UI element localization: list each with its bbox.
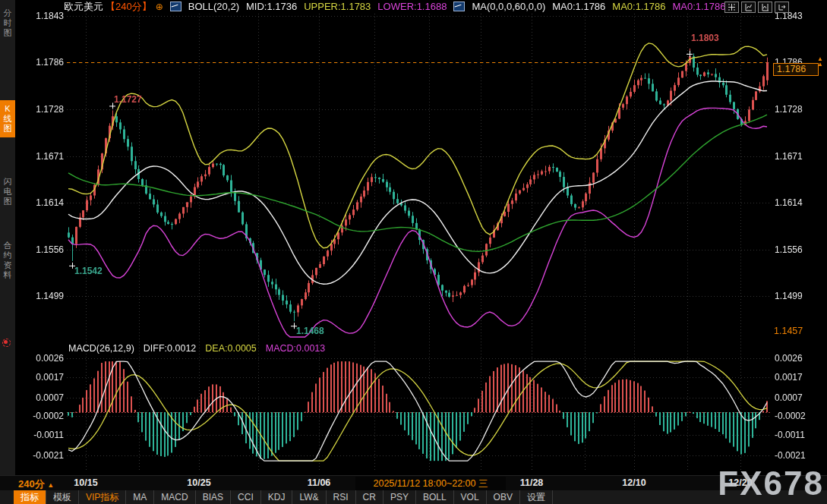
add-indicator-icon[interactable]: ⊕: [156, 2, 163, 12]
ma-value-3: MA0:1.1786: [672, 1, 725, 12]
chart-toolbar-buttons: [724, 2, 789, 13]
toolbar-item[interactable]: 指标: [14, 490, 46, 504]
toolbar-item[interactable]: LW&: [292, 490, 326, 504]
indicator-toolbar: 指标模板VIP指标MAMACDBIASCCIKDJLW&RSICRPSYBOLL…: [0, 490, 827, 504]
axis-label: 1.1614: [18, 197, 64, 208]
live-indicator-icon: [2, 339, 11, 347]
trading-app: 分时图K线图闪电图合约资料 欧元美元 【240分】 ⊕ BOLL(20,2) M…: [0, 0, 827, 504]
toolbar-item[interactable]: PSY: [384, 490, 416, 504]
axis-label: 0.0007: [18, 392, 64, 403]
macd-params-label: MACD(26,12,9): [68, 343, 134, 354]
toolbar-item[interactable]: BIAS: [196, 490, 231, 504]
axis-left-tool-icon[interactable]: [741, 2, 756, 13]
axis-label: 1.1556: [18, 244, 64, 255]
date-label: 12/10: [611, 477, 657, 488]
date-label: 11/06: [296, 477, 342, 488]
axis-label: -0.0021: [18, 450, 64, 461]
sidebar-tab-2[interactable]: K线图: [0, 100, 15, 137]
chart-header: 欧元美元 【240分】 ⊕ BOLL(20,2) MID:1.1736 UPPE…: [64, 1, 726, 12]
toolbar-item[interactable]: CR: [356, 490, 384, 504]
range-low-label: 1.1457: [774, 326, 803, 336]
axis-label: 1.1556: [775, 244, 823, 255]
axis-label: 1.1499: [775, 291, 823, 301]
macd-dea-value: DEA:0.0005: [205, 343, 256, 354]
axis-label: 0.0026: [775, 353, 823, 364]
macd-hist-value: MACD:0.0013: [266, 343, 326, 354]
boll-indicator-icon[interactable]: [170, 2, 181, 11]
price-annotation: 1.1727: [114, 94, 142, 105]
ma-value-1: MA0:1.1786: [552, 1, 605, 12]
boll-mid-value: MID:1.1736: [246, 1, 297, 12]
axis-label: 1.1614: [775, 197, 823, 208]
price-up-arrows: ▲▲: [817, 56, 823, 67]
boll-upper-value: UPPER:1.1783: [304, 1, 371, 12]
pop-out-tool-icon[interactable]: [775, 2, 789, 13]
chart-canvas[interactable]: [0, 0, 827, 475]
axis-label: 0.0007: [775, 392, 823, 403]
watermark: FX678: [718, 465, 824, 502]
ma-value-2: MA0:1.1786: [612, 1, 665, 12]
interval-label: 【240分】: [106, 0, 152, 14]
boll-lower-value: LOWER:1.1688: [377, 1, 447, 12]
ma-label: MA(0,0,0,60,0,0): [472, 1, 545, 12]
axis-label: 0.0017: [18, 372, 64, 383]
interval-badge[interactable]: 240分 ▲: [18, 477, 54, 491]
axis-label: -0.0002: [18, 411, 64, 421]
toolbar-item[interactable]: CCI: [231, 490, 261, 504]
toolbar-item[interactable]: BOLL: [416, 490, 454, 504]
axis-label: -0.0021: [775, 450, 823, 461]
toolbar-item[interactable]: OBV: [487, 490, 520, 504]
time-axis: 240分 ▲ 10/1510/2511/0611/2812/1012/20 20…: [0, 475, 827, 491]
macd-diff-value: DIFF:0.0012: [144, 343, 196, 354]
axis-label: 1.1728: [18, 104, 64, 115]
ma-indicator-icon[interactable]: [453, 2, 465, 11]
date-label: 10/15: [63, 477, 109, 488]
date-label: 11/28: [509, 477, 554, 488]
price-annotation: 1.1542: [74, 266, 103, 276]
sidebar: 分时图K线图闪电图合约资料: [0, 0, 15, 475]
toolbar-item[interactable]: KDJ: [261, 490, 293, 504]
axis-label: 0.0017: [775, 372, 823, 383]
boll-label: BOLL(20,2): [188, 1, 239, 12]
toolbar-item[interactable]: MA: [126, 490, 154, 504]
toolbar-item[interactable]: 设置: [520, 490, 553, 504]
toolbar-item[interactable]: RSI: [327, 490, 356, 504]
toolbar-item[interactable]: 模板: [46, 490, 79, 504]
price-annotation: 1.1468: [296, 326, 324, 336]
axis-label: -0.0011: [18, 430, 64, 440]
axis-label: 1.1671: [775, 151, 823, 162]
macd-header: MACD(26,12,9) DIFF:0.0012 DEA:0.0005 MAC…: [68, 343, 325, 354]
price-annotation: 1.1803: [691, 33, 719, 43]
symbol-name: 欧元美元: [64, 0, 103, 14]
axis-label: 1.1499: [18, 291, 64, 301]
toolbar-item[interactable]: VIP指标: [79, 490, 126, 504]
current-price-tag: 1.1786: [773, 63, 819, 76]
axis-right-tool-icon[interactable]: [758, 2, 772, 13]
sidebar-tab-3[interactable]: 闪电图: [0, 173, 15, 210]
axis-label: 1.1671: [18, 151, 64, 162]
sidebar-tab-4[interactable]: 合约资料: [0, 237, 15, 284]
date-label: 10/25: [176, 477, 222, 488]
axis-label: 0.0026: [18, 353, 64, 364]
axis-label: -0.0002: [775, 411, 823, 421]
toolbar-item[interactable]: MACD: [154, 490, 195, 504]
selected-bar-time-label: 2025/11/12 18:00~22:00 三: [355, 477, 506, 490]
axis-label: -0.0011: [775, 430, 823, 440]
sidebar-tab-1[interactable]: 分时图: [0, 5, 15, 42]
crosshair-tool-icon[interactable]: [724, 2, 739, 13]
axis-label: 1.1843: [18, 11, 64, 21]
axis-label: 1.1728: [775, 104, 823, 115]
toolbar-item[interactable]: VOL: [454, 490, 487, 504]
axis-label: 1.1786: [18, 57, 64, 68]
